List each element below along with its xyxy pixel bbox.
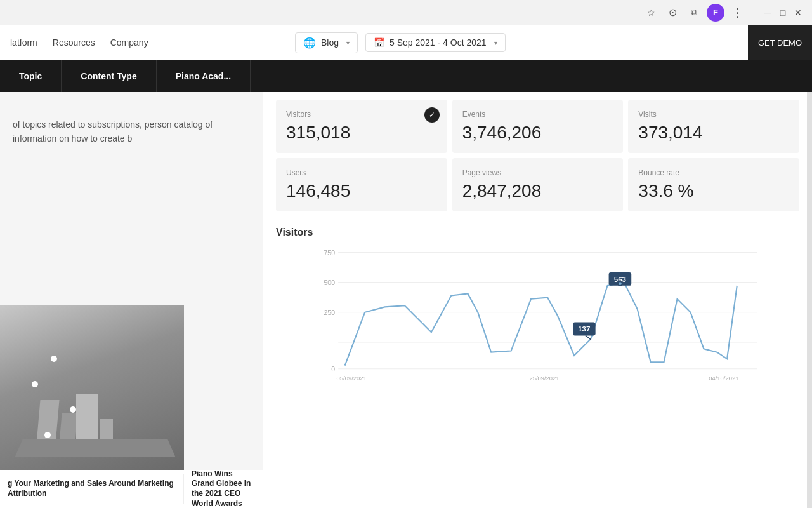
user-avatar[interactable]: F [707,4,724,22]
article-cards-row: g Your Marketing and Sales Around Market… [0,470,263,508]
nav-topic[interactable]: Topic [0,60,62,92]
close-button[interactable]: ✕ [792,6,804,19]
metric-bouncerate: Bounce rate 33.6 % [628,158,799,211]
metric-value-visitors: 315,018 [286,123,437,143]
nav-piano-academy[interactable]: Piano Acad... [157,60,251,92]
metric-pageviews: Page views 2,847,208 [452,158,624,211]
metric-label-pageviews: Page views [462,168,613,177]
check-icon: ✓ [424,107,440,123]
bookmark-icon[interactable]: ☆ [642,4,660,22]
dot-3 [70,406,76,413]
calendar-icon: 📅 [374,37,384,48]
visitors-chart-svg: 750 500 250 0 563 137 [276,246,799,385]
date-dropdown-arrow: ▾ [494,39,497,46]
metric-value-pageviews: 2,847,208 [462,181,613,201]
date-range-label: 5 Sep 2021 - 4 Oct 2021 [390,37,487,48]
top-nav: latform Resources Company 🌐 Blog ▾ 📅 5 S… [0,25,812,60]
metric-value-bouncerate: 33.6 % [638,181,789,201]
blog-dropdown-arrow: ▾ [346,39,350,46]
extension-icon[interactable]: ⧉ [685,4,703,22]
globe-icon: 🌐 [303,37,316,49]
menu-icon[interactable]: ⋮ [728,4,746,22]
metric-value-visits: 373,014 [638,123,789,143]
x-label-2: 25/09/2021 [529,375,559,382]
page-wrapper: latform Resources Company 🌐 Blog ▾ 📅 5 S… [0,25,812,508]
left-text-block: of topics related to subscriptions, pers… [0,92,263,171]
chart-title: Visitors [276,227,799,238]
nav-links: latform Resources Company [0,37,263,48]
metric-visitors: Visitors 315,018 ✓ [276,100,447,153]
window-controls: ─ □ ✕ [761,6,804,19]
visitors-line [345,283,737,366]
data-point-563 [618,282,622,286]
metric-visits: Visits 373,014 [628,100,799,153]
x-label-3: 04/10/2021 [709,375,738,382]
minimize-button[interactable]: ─ [761,6,774,19]
analytics-controls: 🌐 Blog ▾ 📅 5 Sep 2021 - 4 Oct 2021 ▾ [282,32,799,53]
scrollbar[interactable] [807,25,812,508]
x-label-1: 05/09/2021 [337,375,367,382]
metric-label-users: Users [286,168,437,177]
blog-dropdown[interactable]: 🌐 Blog ▾ [295,32,358,53]
browser-chrome: ☆ ⊙ ⧉ F ⋮ ─ □ ✕ [0,0,812,25]
dot-1 [51,356,57,362]
metric-label-events: Events [462,110,613,119]
article-image [0,305,184,470]
blog-label: Blog [321,37,339,48]
svg-text:500: 500 [324,279,336,286]
left-description: of topics related to subscriptions, pers… [13,117,251,146]
article-title-2: Piano Wins Grand Globee in the 2021 CEO … [192,469,256,508]
analytics-panel: Blog SITE Visitors 315,018 ✓ Events 3,74… [263,60,812,508]
dot-4 [44,432,51,438]
dot-2 [32,381,38,387]
metric-events: Events 3,746,206 [452,100,624,153]
svg-text:0: 0 [331,366,335,373]
article-title-1: g Your Marketing and Sales Around Market… [8,479,176,498]
ground [15,439,176,457]
chart-container: 750 500 250 0 563 137 [276,246,799,385]
browser-toolbar-icons: ☆ ⊙ ⧉ F ⋮ [642,4,746,22]
svg-line-10 [586,335,591,339]
nav-content-type[interactable]: Content Type [62,60,156,92]
category-nav: Topic Content Type Piano Acad... [0,60,812,92]
left-content: of topics related to subscriptions, pers… [0,92,263,508]
metric-label-visits: Visits [638,110,789,119]
chart-section: Visitors 750 500 250 0 [276,222,799,385]
metric-label-bouncerate: Bounce rate [638,168,789,177]
svg-text:750: 750 [324,250,336,257]
tooltip-137-text: 137 [578,325,590,333]
people-icon[interactable]: ⊙ [664,4,681,22]
get-demo-button[interactable]: GET DEMO [748,25,812,60]
metric-value-users: 146,485 [286,181,437,201]
metric-label-visitors: Visitors [286,110,437,119]
metric-value-events: 3,746,206 [462,123,613,143]
nav-resources[interactable]: Resources [53,37,95,48]
article-card-2: Piano Wins Grand Globee in the 2021 CEO … [184,464,263,508]
metrics-grid: Visitors 315,018 ✓ Events 3,746,206 Visi… [276,100,799,211]
metric-users: Users 146,485 [276,158,447,211]
svg-text:250: 250 [324,309,336,316]
nav-company[interactable]: Company [110,37,148,48]
nav-platform[interactable]: latform [10,37,37,48]
date-range-picker[interactable]: 📅 5 Sep 2021 - 4 Oct 2021 ▾ [365,33,506,52]
article-card-1: g Your Marketing and Sales Around Market… [0,474,184,504]
maximize-button[interactable]: □ [776,6,789,19]
